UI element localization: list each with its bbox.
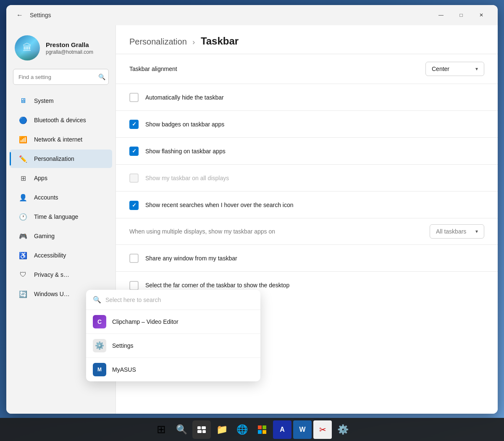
taskbar-app1-button[interactable]: A xyxy=(273,420,291,439)
clipchamp-label: Clipchamp – Video Editor xyxy=(112,318,178,325)
popup-search-box: 🔍 Select here to search xyxy=(86,290,260,310)
network-icon: 📶 xyxy=(18,134,28,144)
windows-update-icon: 🔄 xyxy=(18,289,28,299)
taskbar-alignment-dropdown[interactable]: Center ▾ xyxy=(425,62,484,76)
recent-searches-inner: Show recent searches when I hover over t… xyxy=(129,200,484,210)
settings-label: Settings xyxy=(112,342,134,349)
search-box: 🔍 xyxy=(13,69,109,85)
close-button[interactable]: ✕ xyxy=(472,8,491,22)
user-profile[interactable]: Preston Gralla pgralla@hotmail.com xyxy=(6,30,116,69)
sidebar-item-system[interactable]: 🖥 System xyxy=(10,92,112,110)
taskbar-explorer-button[interactable]: 📁 xyxy=(213,420,231,439)
titlebar: ← Settings — □ ✕ xyxy=(6,5,498,25)
popup-app-settings[interactable]: ⚙️ Settings xyxy=(86,334,260,358)
sidebar-item-system-label: System xyxy=(34,97,54,104)
clipchamp-icon: C xyxy=(93,315,106,328)
show-desktop-label: Select the far corner of the taskbar to … xyxy=(145,282,484,289)
minimize-button[interactable]: — xyxy=(431,8,451,22)
back-icon: ← xyxy=(16,11,23,19)
taskbar-edge-button[interactable]: 🌐 xyxy=(233,420,251,439)
sidebar-item-network-label: Network & internet xyxy=(34,136,82,143)
taskbar-word-button[interactable]: W xyxy=(293,420,312,439)
accessibility-icon: ♿ xyxy=(18,250,28,260)
sidebar-item-gaming-label: Gaming xyxy=(34,233,55,239)
page-title: Taskbar xyxy=(201,35,239,47)
share-window-checkbox[interactable] xyxy=(129,254,139,263)
auto-hide-checkbox[interactable] xyxy=(129,93,139,102)
user-info: Preston Gralla pgralla@hotmail.com xyxy=(46,41,93,55)
user-name: Preston Gralla xyxy=(46,41,93,48)
apps-icon: ⊞ xyxy=(18,173,28,183)
popup-app-clipchamp[interactable]: C Clipchamp – Video Editor xyxy=(86,310,260,334)
sidebar-item-accounts-label: Accounts xyxy=(34,194,58,201)
taskbar-gear-button[interactable]: ⚙️ xyxy=(333,420,352,439)
svg-rect-3 xyxy=(202,430,206,433)
breadcrumb-parent: Personalization xyxy=(129,37,187,46)
sidebar-item-accessibility[interactable]: ♿ Accessibility xyxy=(10,246,112,265)
share-window-row: Share any window from my taskbar xyxy=(116,245,498,272)
search-icon[interactable]: 🔍 xyxy=(98,74,105,80)
displays-row: When using multiple displays, show my ta… xyxy=(116,218,498,245)
show-flashing-label: Show flashing on taskbar apps xyxy=(145,148,484,155)
search-input[interactable] xyxy=(13,69,109,85)
svg-rect-0 xyxy=(197,426,201,429)
popup-app-myasus[interactable]: M MyASUS xyxy=(86,358,260,381)
taskbar-start-button[interactable]: ⊞ xyxy=(152,420,171,439)
popup-search-placeholder: Select here to search xyxy=(105,297,161,303)
privacy-icon: 🛡 xyxy=(18,270,28,280)
window-title: Settings xyxy=(30,12,51,18)
displays-arrow-icon: ▾ xyxy=(475,228,478,234)
myasus-icon: M xyxy=(93,363,106,376)
taskbar-alignment-value: Center xyxy=(432,66,449,72)
myasus-label: MyASUS xyxy=(112,366,136,373)
taskbar-alignment-row: Taskbar alignment Center ▾ xyxy=(116,54,498,84)
gaming-icon: 🎮 xyxy=(18,231,28,241)
breadcrumb: Personalization › Taskbar xyxy=(129,35,484,47)
maximize-button[interactable]: □ xyxy=(452,8,471,22)
svg-rect-2 xyxy=(197,430,202,433)
show-flashing-checkbox[interactable] xyxy=(129,147,139,156)
show-flashing-row: Show flashing on taskbar apps xyxy=(116,138,498,165)
taskbar-alignment-inner: Taskbar alignment Center ▾ xyxy=(129,62,484,76)
sidebar-item-windows-update-label: Windows U… xyxy=(34,291,70,297)
dropdown-arrow-icon: ▾ xyxy=(475,66,478,72)
sidebar-item-bluetooth-label: Bluetooth & devices xyxy=(34,117,86,123)
sidebar-item-accounts[interactable]: 👤 Accounts xyxy=(10,188,112,207)
taskbar-scissors-button[interactable]: ✂ xyxy=(313,420,332,439)
sidebar-item-network[interactable]: 📶 Network & internet xyxy=(10,130,112,149)
settings-list: Taskbar alignment Center ▾ Automatica xyxy=(116,54,498,299)
taskbar-search-button[interactable]: 🔍 xyxy=(172,420,191,439)
svg-rect-7 xyxy=(262,430,266,434)
sidebar-item-time[interactable]: 🕐 Time & language xyxy=(10,207,112,226)
breadcrumb-arrow: › xyxy=(192,38,195,46)
sidebar-item-bluetooth[interactable]: 🔵 Bluetooth & devices xyxy=(10,111,112,129)
bluetooth-icon: 🔵 xyxy=(18,115,28,125)
svg-rect-5 xyxy=(262,425,266,429)
recent-searches-row: Show recent searches when I hover over t… xyxy=(116,192,498,218)
personalization-icon: ✏️ xyxy=(18,154,28,164)
displays-dropdown[interactable]: All taskbars ▾ xyxy=(430,224,484,239)
all-displays-checkbox xyxy=(129,173,139,183)
show-badges-inner: Show badges on taskbar apps xyxy=(129,120,484,129)
avatar xyxy=(15,35,40,60)
sidebar-item-apps-label: Apps xyxy=(34,175,47,181)
taskbar-taskview-button[interactable] xyxy=(192,420,211,439)
taskbar-store-button[interactable] xyxy=(253,420,271,439)
accounts-icon: 👤 xyxy=(18,192,28,202)
show-desktop-checkbox[interactable] xyxy=(129,281,139,290)
show-badges-checkbox[interactable] xyxy=(129,120,139,129)
recent-searches-checkbox[interactable] xyxy=(129,201,139,210)
svg-rect-6 xyxy=(258,430,262,434)
window-controls: — □ ✕ xyxy=(431,8,491,22)
sidebar-item-privacy[interactable]: 🛡 Privacy & s… xyxy=(10,265,112,284)
time-icon: 🕐 xyxy=(18,212,28,222)
all-displays-inner: Show my taskbar on all displays xyxy=(129,173,484,183)
system-icon: 🖥 xyxy=(18,96,28,106)
displays-value: All taskbars xyxy=(436,228,466,235)
taskbar-alignment-label: Taskbar alignment xyxy=(129,66,425,72)
sidebar-item-gaming[interactable]: 🎮 Gaming xyxy=(10,227,112,245)
sidebar-item-apps[interactable]: ⊞ Apps xyxy=(10,169,112,187)
show-flashing-inner: Show flashing on taskbar apps xyxy=(129,147,484,156)
back-button[interactable]: ← xyxy=(13,8,26,22)
sidebar-item-personalization[interactable]: ✏️ Personalization xyxy=(10,150,112,168)
